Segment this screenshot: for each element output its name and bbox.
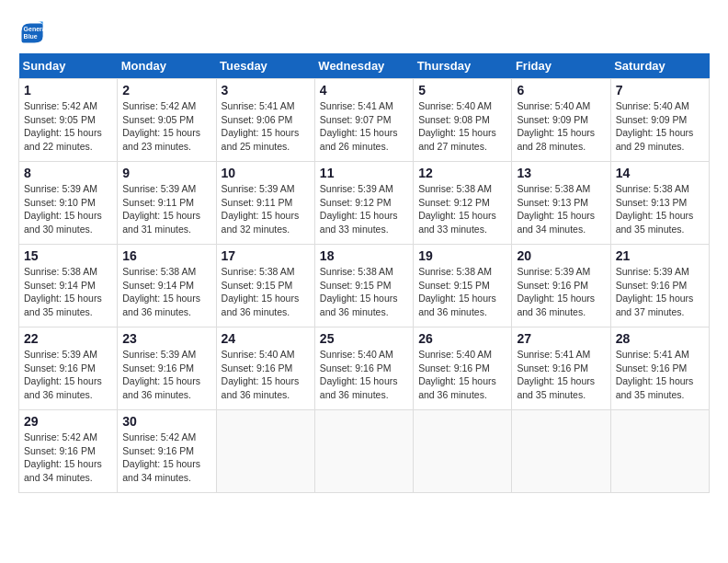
header-thursday: Thursday xyxy=(414,53,512,79)
day-number-24: 24 xyxy=(222,331,310,346)
day-number-17: 17 xyxy=(222,248,310,263)
empty-cell xyxy=(512,410,610,493)
calendar-week-row: 29Sunrise: 5:42 AMSunset: 9:16 PMDayligh… xyxy=(19,410,710,493)
svg-text:General: General xyxy=(24,26,44,32)
day-number-27: 27 xyxy=(517,331,605,346)
calendar-day-13: 13Sunrise: 5:38 AMSunset: 9:13 PMDayligh… xyxy=(512,162,610,245)
day-number-8: 8 xyxy=(24,166,112,180)
header-wednesday: Wednesday xyxy=(314,53,413,79)
day-info-25: Sunrise: 5:40 AMSunset: 9:16 PMDaylight:… xyxy=(320,348,408,402)
day-number-13: 13 xyxy=(517,166,605,180)
day-number-25: 25 xyxy=(320,331,408,346)
day-number-5: 5 xyxy=(418,83,506,98)
calendar-day-20: 20Sunrise: 5:39 AMSunset: 9:16 PMDayligh… xyxy=(512,245,610,327)
calendar-day-30: 30Sunrise: 5:42 AMSunset: 9:16 PMDayligh… xyxy=(118,410,216,493)
calendar-day-9: 9Sunrise: 5:39 AMSunset: 9:11 PMDaylight… xyxy=(118,162,216,245)
day-number-26: 26 xyxy=(418,331,506,346)
day-number-2: 2 xyxy=(122,83,210,98)
day-info-27: Sunrise: 5:41 AMSunset: 9:16 PMDaylight:… xyxy=(517,348,605,402)
calendar-week-row: 8Sunrise: 5:39 AMSunset: 9:10 PMDaylight… xyxy=(19,162,710,245)
day-info-19: Sunrise: 5:38 AMSunset: 9:15 PMDaylight:… xyxy=(418,265,506,319)
day-info-10: Sunrise: 5:39 AMSunset: 9:11 PMDaylight:… xyxy=(222,182,310,236)
day-number-20: 20 xyxy=(517,248,605,263)
day-info-3: Sunrise: 5:41 AMSunset: 9:06 PMDaylight:… xyxy=(222,99,310,154)
day-number-22: 22 xyxy=(24,331,112,346)
day-info-11: Sunrise: 5:39 AMSunset: 9:12 PMDaylight:… xyxy=(320,182,408,236)
calendar-day-8: 8Sunrise: 5:39 AMSunset: 9:10 PMDaylight… xyxy=(19,162,118,245)
calendar-day-25: 25Sunrise: 5:40 AMSunset: 9:16 PMDayligh… xyxy=(314,327,413,410)
header-saturday: Saturday xyxy=(610,53,709,79)
day-info-21: Sunrise: 5:39 AMSunset: 9:16 PMDaylight:… xyxy=(616,265,704,319)
day-info-20: Sunrise: 5:39 AMSunset: 9:16 PMDaylight:… xyxy=(517,265,605,319)
calendar-header: Sunday Monday Tuesday Wednesday Thursday… xyxy=(19,53,710,79)
day-info-14: Sunrise: 5:38 AMSunset: 9:13 PMDaylight:… xyxy=(616,182,704,236)
day-info-17: Sunrise: 5:38 AMSunset: 9:15 PMDaylight:… xyxy=(222,265,310,319)
calendar-day-14: 14Sunrise: 5:38 AMSunset: 9:13 PMDayligh… xyxy=(610,162,709,245)
day-number-10: 10 xyxy=(222,166,310,180)
calendar-day-22: 22Sunrise: 5:39 AMSunset: 9:16 PMDayligh… xyxy=(19,327,118,410)
day-number-23: 23 xyxy=(122,331,210,346)
day-info-1: Sunrise: 5:42 AMSunset: 9:05 PMDaylight:… xyxy=(24,99,112,154)
calendar-day-21: 21Sunrise: 5:39 AMSunset: 9:16 PMDayligh… xyxy=(610,245,709,327)
day-info-22: Sunrise: 5:39 AMSunset: 9:16 PMDaylight:… xyxy=(24,348,112,402)
calendar-day-1: 1Sunrise: 5:42 AMSunset: 9:05 PMDaylight… xyxy=(19,79,118,162)
day-number-4: 4 xyxy=(320,83,408,98)
day-number-1: 1 xyxy=(24,83,112,98)
day-info-4: Sunrise: 5:41 AMSunset: 9:07 PMDaylight:… xyxy=(320,99,408,154)
day-info-30: Sunrise: 5:42 AMSunset: 9:16 PMDaylight:… xyxy=(122,431,210,485)
calendar-day-2: 2Sunrise: 5:42 AMSunset: 9:05 PMDaylight… xyxy=(118,79,216,162)
calendar-day-10: 10Sunrise: 5:39 AMSunset: 9:11 PMDayligh… xyxy=(216,162,314,245)
day-number-15: 15 xyxy=(24,248,112,263)
day-info-6: Sunrise: 5:40 AMSunset: 9:09 PMDaylight:… xyxy=(517,99,605,154)
day-number-11: 11 xyxy=(320,166,408,180)
day-number-28: 28 xyxy=(616,331,704,346)
calendar-table: Sunday Monday Tuesday Wednesday Thursday… xyxy=(18,53,710,493)
calendar-day-11: 11Sunrise: 5:39 AMSunset: 9:12 PMDayligh… xyxy=(314,162,413,245)
empty-cell xyxy=(314,410,413,493)
day-number-30: 30 xyxy=(122,414,210,429)
calendar-day-23: 23Sunrise: 5:39 AMSunset: 9:16 PMDayligh… xyxy=(118,327,216,410)
day-info-24: Sunrise: 5:40 AMSunset: 9:16 PMDaylight:… xyxy=(222,348,310,402)
day-number-29: 29 xyxy=(24,414,112,429)
day-info-26: Sunrise: 5:40 AMSunset: 9:16 PMDaylight:… xyxy=(418,348,506,402)
calendar-body: 1Sunrise: 5:42 AMSunset: 9:05 PMDaylight… xyxy=(19,79,710,493)
calendar-day-7: 7Sunrise: 5:40 AMSunset: 9:09 PMDaylight… xyxy=(610,79,709,162)
calendar-day-5: 5Sunrise: 5:40 AMSunset: 9:08 PMDaylight… xyxy=(414,79,512,162)
day-info-28: Sunrise: 5:41 AMSunset: 9:16 PMDaylight:… xyxy=(616,348,704,402)
day-number-3: 3 xyxy=(222,83,310,98)
header-tuesday: Tuesday xyxy=(216,53,314,79)
header-friday: Friday xyxy=(512,53,610,79)
header-monday: Monday xyxy=(118,53,216,79)
empty-cell xyxy=(216,410,314,493)
day-info-7: Sunrise: 5:40 AMSunset: 9:09 PMDaylight:… xyxy=(616,99,704,154)
calendar-day-24: 24Sunrise: 5:40 AMSunset: 9:16 PMDayligh… xyxy=(216,327,314,410)
calendar-day-29: 29Sunrise: 5:42 AMSunset: 9:16 PMDayligh… xyxy=(19,410,118,493)
day-info-15: Sunrise: 5:38 AMSunset: 9:14 PMDaylight:… xyxy=(24,265,112,319)
day-number-16: 16 xyxy=(122,248,210,263)
day-info-18: Sunrise: 5:38 AMSunset: 9:15 PMDaylight:… xyxy=(320,265,408,319)
logo: General Blue xyxy=(18,18,48,44)
calendar-day-19: 19Sunrise: 5:38 AMSunset: 9:15 PMDayligh… xyxy=(414,245,512,327)
day-info-2: Sunrise: 5:42 AMSunset: 9:05 PMDaylight:… xyxy=(122,99,210,154)
calendar-day-12: 12Sunrise: 5:38 AMSunset: 9:12 PMDayligh… xyxy=(414,162,512,245)
calendar-day-28: 28Sunrise: 5:41 AMSunset: 9:16 PMDayligh… xyxy=(610,327,709,410)
calendar-week-row: 15Sunrise: 5:38 AMSunset: 9:14 PMDayligh… xyxy=(19,245,710,327)
day-number-19: 19 xyxy=(418,248,506,263)
day-number-18: 18 xyxy=(320,248,408,263)
day-info-13: Sunrise: 5:38 AMSunset: 9:13 PMDaylight:… xyxy=(517,182,605,236)
calendar-day-18: 18Sunrise: 5:38 AMSunset: 9:15 PMDayligh… xyxy=(314,245,413,327)
empty-cell xyxy=(414,410,512,493)
day-number-9: 9 xyxy=(122,166,210,180)
calendar-day-17: 17Sunrise: 5:38 AMSunset: 9:15 PMDayligh… xyxy=(216,245,314,327)
calendar-day-27: 27Sunrise: 5:41 AMSunset: 9:16 PMDayligh… xyxy=(512,327,610,410)
calendar-week-row: 22Sunrise: 5:39 AMSunset: 9:16 PMDayligh… xyxy=(19,327,710,410)
day-info-12: Sunrise: 5:38 AMSunset: 9:12 PMDaylight:… xyxy=(418,182,506,236)
calendar-day-6: 6Sunrise: 5:40 AMSunset: 9:09 PMDaylight… xyxy=(512,79,610,162)
day-number-21: 21 xyxy=(616,248,704,263)
day-info-9: Sunrise: 5:39 AMSunset: 9:11 PMDaylight:… xyxy=(122,182,210,236)
day-number-6: 6 xyxy=(517,83,605,98)
day-info-5: Sunrise: 5:40 AMSunset: 9:08 PMDaylight:… xyxy=(418,99,506,154)
day-info-16: Sunrise: 5:38 AMSunset: 9:14 PMDaylight:… xyxy=(122,265,210,319)
day-info-23: Sunrise: 5:39 AMSunset: 9:16 PMDaylight:… xyxy=(122,348,210,402)
calendar-day-16: 16Sunrise: 5:38 AMSunset: 9:14 PMDayligh… xyxy=(118,245,216,327)
